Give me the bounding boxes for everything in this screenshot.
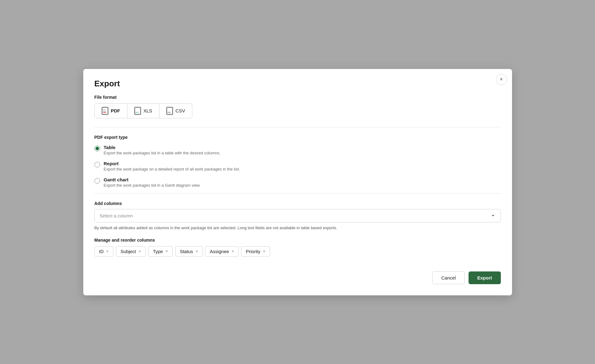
format-pdf-button[interactable]: PDF PDF: [95, 104, 127, 118]
tag-priority: Priority ×: [241, 246, 270, 257]
pdf-export-type-label: PDF export type: [94, 135, 501, 140]
xls-label: XLS: [144, 108, 152, 113]
radio-table-label: Table: [104, 145, 221, 150]
tag-type: Type ×: [148, 246, 173, 257]
radio-report-content[interactable]: Report Export the work package on a deta…: [104, 161, 240, 171]
file-format-group: PDF PDF XLS XLS CSV: [94, 103, 192, 118]
manage-columns-label: Manage and reorder columns: [94, 238, 501, 243]
svg-text:PDF: PDF: [103, 111, 106, 113]
tag-subject-remove[interactable]: ×: [139, 249, 141, 253]
tag-assignee-remove[interactable]: ×: [231, 249, 234, 253]
divider-1: [94, 127, 501, 127]
cancel-button[interactable]: Cancel: [432, 271, 465, 284]
tag-status: Status ×: [175, 246, 203, 257]
add-columns-section: Add columns Select a column By default a…: [94, 201, 501, 257]
format-csv-button[interactable]: CSV CSV: [159, 104, 192, 118]
tag-type-label: Type: [153, 249, 163, 254]
format-xls-button[interactable]: XLS XLS: [127, 104, 159, 118]
export-button[interactable]: Export: [469, 271, 501, 284]
radio-report-label: Report: [104, 161, 240, 166]
radio-report: Report Export the work package on a deta…: [94, 161, 501, 171]
radio-gantt-content[interactable]: Gantt chart Export the work packages lis…: [104, 177, 201, 188]
csv-label: CSV: [176, 108, 185, 113]
close-button[interactable]: ×: [496, 74, 507, 85]
tag-status-remove[interactable]: ×: [195, 249, 198, 253]
tag-assignee: Assignee ×: [205, 246, 239, 257]
file-format-label: File format: [94, 95, 501, 100]
radio-gantt: Gantt chart Export the work packages lis…: [94, 177, 501, 188]
tag-id-remove[interactable]: ×: [106, 249, 109, 253]
add-columns-label: Add columns: [94, 201, 501, 206]
radio-gantt-desc: Export the work packages list in a Gantt…: [104, 183, 201, 188]
export-modal: × Export File format PDF PDF: [83, 69, 512, 295]
tag-priority-remove[interactable]: ×: [263, 249, 265, 253]
tag-subject: Subject ×: [116, 246, 146, 257]
tag-assignee-label: Assignee: [210, 249, 229, 254]
tag-subject-label: Subject: [121, 249, 136, 254]
xls-icon: XLS: [134, 107, 141, 115]
tag-priority-label: Priority: [246, 249, 260, 254]
column-select[interactable]: Select a column: [94, 209, 501, 222]
pdf-icon: PDF: [102, 107, 108, 115]
tag-type-remove[interactable]: ×: [165, 249, 168, 253]
divider-2: [94, 193, 501, 193]
radio-table: Table Export the work packages list in a…: [94, 145, 501, 155]
modal-footer: Cancel Export: [94, 269, 501, 284]
tag-id-label: ID: [99, 249, 104, 254]
svg-text:CSV: CSV: [167, 111, 171, 113]
radio-table-desc: Export the work packages list in a table…: [104, 151, 221, 155]
tag-id: ID ×: [94, 246, 113, 257]
modal-title: Export: [94, 79, 501, 89]
radio-table-input[interactable]: [94, 146, 100, 151]
radio-table-content[interactable]: Table Export the work packages list in a…: [104, 145, 221, 155]
radio-report-desc: Export the work package on a detailed re…: [104, 167, 240, 171]
radio-report-input[interactable]: [94, 162, 100, 167]
svg-text:XLS: XLS: [135, 111, 139, 113]
csv-icon: CSV: [166, 107, 173, 115]
column-tags-container: ID × Subject × Type × Status × Assignee: [94, 246, 501, 257]
pdf-export-section: PDF export type Table Export the work pa…: [94, 135, 501, 188]
pdf-label: PDF: [111, 108, 120, 113]
columns-hint: By default all attributes added as colum…: [94, 225, 501, 230]
tag-status-label: Status: [180, 249, 193, 254]
radio-gantt-input[interactable]: [94, 178, 100, 184]
radio-gantt-label: Gantt chart: [104, 177, 201, 182]
modal-overlay: × Export File format PDF PDF: [0, 0, 595, 364]
